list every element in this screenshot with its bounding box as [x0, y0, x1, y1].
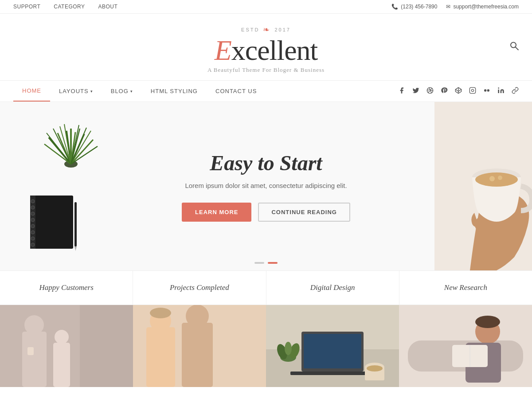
stat-new-research: New Research	[399, 271, 532, 305]
logo-area: ESTD ❧ 2017 Excellent A Beautyful Theme …	[0, 14, 532, 80]
hero-plant-decoration	[35, 111, 106, 190]
svg-rect-64	[290, 372, 375, 375]
stat-projects-completed: Projects Completed	[133, 271, 266, 305]
nav-blog[interactable]: BLOG ▾	[102, 81, 142, 102]
svg-rect-48	[22, 332, 47, 387]
learn-more-button[interactable]: LEARN MORE	[182, 203, 251, 222]
svg-rect-53	[80, 305, 133, 387]
nav-html-styling[interactable]: HTML STYLING	[142, 81, 207, 102]
slider-dots	[254, 262, 278, 264]
social-instagram[interactable]	[469, 87, 476, 96]
logo-tagline: A Beautyful Theme For Bloger & Business	[0, 66, 532, 74]
nav-about[interactable]: ABOUT	[98, 4, 118, 10]
estd-year: 2017	[274, 27, 290, 32]
svg-rect-39	[74, 202, 77, 246]
svg-point-0	[511, 43, 516, 48]
search-icon[interactable]	[510, 42, 519, 53]
photo-laptop-succulent[interactable]	[266, 305, 399, 387]
social-flickr[interactable]	[483, 87, 490, 96]
logo-estd: ESTD ❧ 2017	[0, 25, 532, 35]
logo-first-letter: E	[215, 35, 231, 66]
hero-content: Easy to Start Lorem ipsum dolor sit amet…	[182, 151, 350, 222]
phone-number: (123) 456-7890	[401, 4, 437, 10]
hero-notebook-decoration	[27, 193, 84, 257]
svg-point-71	[367, 365, 383, 372]
photo-mother-daughter[interactable]	[0, 305, 133, 387]
social-link[interactable]	[512, 87, 519, 96]
top-bar-contact: 📞 (123) 456-7890 ✉ support@themefreesia.…	[391, 4, 519, 10]
svg-point-59	[150, 308, 171, 318]
svg-rect-9	[498, 90, 499, 93]
hero-coffee-decoration	[434, 102, 532, 270]
estd-label: ESTD	[241, 27, 259, 32]
svg-point-33	[31, 212, 35, 215]
nav-layouts[interactable]: LAYOUTS ▾	[50, 81, 102, 102]
svg-point-7	[484, 89, 486, 91]
svg-point-45	[498, 176, 502, 180]
hero-title: Easy to Start	[182, 151, 350, 175]
phone-icon: 📞	[391, 4, 398, 10]
svg-rect-55	[146, 327, 175, 387]
stats-section: Happy Customers Projects Completed Digit…	[0, 270, 532, 305]
svg-rect-50	[53, 343, 70, 387]
svg-marker-40	[74, 246, 77, 251]
svg-rect-30	[30, 196, 35, 249]
svg-rect-52	[27, 347, 34, 355]
photos-grid	[0, 305, 532, 387]
svg-rect-29	[33, 196, 73, 249]
photo-couple[interactable]	[133, 305, 266, 387]
svg-point-31	[31, 200, 35, 203]
svg-point-37	[31, 237, 35, 240]
logo-title[interactable]: Excellent	[0, 36, 532, 65]
stat-happy-customers: Happy Customers	[0, 271, 133, 305]
svg-point-36	[31, 231, 35, 234]
photo-person-reading[interactable]	[399, 305, 532, 387]
email-icon: ✉	[446, 4, 450, 10]
svg-point-68	[285, 342, 292, 355]
email-info: ✉ support@themefreesia.com	[446, 4, 519, 10]
social-codepen[interactable]	[455, 87, 462, 96]
main-nav: HOME LAYOUTS ▾ BLOG ▾ HTML STYLING CONTA…	[0, 80, 532, 102]
svg-point-49	[24, 315, 44, 335]
nav-support[interactable]: SUPPORT	[13, 4, 40, 10]
svg-point-34	[31, 218, 35, 222]
social-dribbble[interactable]	[426, 87, 434, 96]
continue-reading-button[interactable]: CONTINUE READING	[258, 203, 350, 222]
svg-point-8	[487, 89, 489, 91]
chevron-down-icon: ▾	[90, 89, 93, 94]
phone-info: 📞 (123) 456-7890	[391, 4, 437, 10]
nav-category[interactable]: CATEGORY	[54, 4, 85, 10]
svg-point-51	[55, 330, 69, 344]
nav-home[interactable]: HOME	[13, 81, 50, 102]
top-bar: SUPPORT CATEGORY ABOUT 📞 (123) 456-7890 …	[0, 0, 532, 14]
logo-rest: xcellent	[231, 35, 318, 66]
social-linkedin[interactable]	[497, 87, 505, 96]
svg-point-10	[498, 87, 499, 89]
nav-contact-us[interactable]: CONTACT US	[207, 81, 266, 102]
svg-point-46	[495, 179, 498, 183]
social-twitter[interactable]	[412, 87, 419, 96]
svg-point-44	[489, 176, 495, 181]
svg-point-35	[31, 224, 35, 228]
hero-slider: Easy to Start Lorem ipsum dolor sit amet…	[0, 102, 532, 270]
svg-point-79	[475, 316, 500, 328]
svg-rect-63	[304, 334, 361, 368]
slider-dot-2[interactable]	[268, 262, 278, 264]
svg-point-38	[31, 243, 35, 246]
stat-digital-design: Digital Design	[266, 271, 399, 305]
email-address: support@themefreesia.com	[453, 4, 519, 10]
svg-rect-57	[182, 323, 213, 387]
svg-rect-5	[469, 87, 475, 93]
slider-dot-1[interactable]	[254, 262, 264, 264]
flower-icon: ❧	[263, 25, 271, 35]
top-bar-left-links: SUPPORT CATEGORY ABOUT	[13, 4, 117, 10]
main-nav-links: HOME LAYOUTS ▾ BLOG ▾ HTML STYLING CONTA…	[13, 81, 266, 102]
svg-point-58	[186, 305, 209, 328]
social-pinterest[interactable]	[441, 87, 448, 96]
social-links	[398, 87, 519, 96]
svg-line-1	[516, 47, 518, 50]
chevron-down-icon: ▾	[130, 89, 133, 94]
hero-description: Lorem ipsum dolor sit amet, consectetur …	[182, 182, 350, 189]
hero-buttons: LEARN MORE CONTINUE READING	[182, 203, 350, 222]
social-facebook[interactable]	[398, 87, 405, 96]
